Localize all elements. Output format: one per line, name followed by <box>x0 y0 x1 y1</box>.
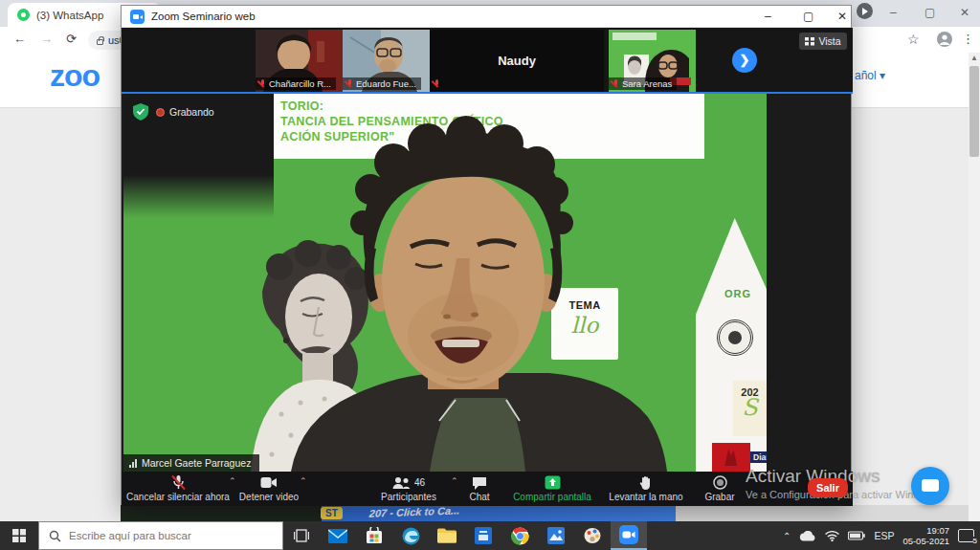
onedrive-icon[interactable] <box>799 531 816 541</box>
grid-view-icon <box>805 37 814 46</box>
thumbnail-eduardo[interactable]: Eduardo Fue... <box>343 30 430 92</box>
share-screen-button[interactable]: Compartir pantalla <box>506 474 598 502</box>
avatar-icon <box>937 32 952 47</box>
dropdown-icon: ▾ <box>880 69 885 82</box>
speaker-nameplate: Marcel Gaete Parraguez <box>123 454 259 472</box>
tray-time: 19:07 <box>902 525 949 536</box>
raise-hand-button[interactable]: Levantar la mano <box>605 474 687 502</box>
thumbnail-sara[interactable]: Sara Arenas <box>609 30 696 92</box>
notification-badge: 5 <box>973 537 977 545</box>
participants-icon: 46 <box>368 474 449 491</box>
scrollbar-thumb[interactable] <box>969 66 979 157</box>
participants-chevron[interactable]: ⌃ <box>451 476 458 486</box>
page-scrollbar[interactable]: ▲ <box>969 53 980 521</box>
system-tray: ⌃ ESP 19:07 05-05-2021 5 <box>783 521 980 550</box>
windows-logo-icon <box>12 529 26 542</box>
task-view-button[interactable] <box>283 521 320 550</box>
back-icon[interactable]: ← <box>13 32 26 46</box>
lock-icon <box>97 39 103 45</box>
record-icon <box>694 474 746 491</box>
participant-label: Sara Arenas <box>609 77 677 90</box>
windows-taskbar: ⌃ ESP 19:07 05-05-2021 5 <box>0 521 980 550</box>
zoom-toolbar: Cancelar silenciar ahora ⌃ Detener video… <box>122 472 853 506</box>
screen: (3) WhatsApp – ▢ ✕ ← → ⟳ us02 ☆ ⋮ zoo añ… <box>0 0 980 550</box>
search-input[interactable] <box>69 530 260 541</box>
speaker-figure <box>123 94 767 472</box>
tray-date: 05-05-2021 <box>902 536 949 546</box>
search-icon <box>49 530 61 542</box>
chat-icon <box>459 474 500 491</box>
video-options-chevron[interactable]: ⌃ <box>300 476 307 486</box>
taskbar-edge-icon[interactable] <box>392 521 429 550</box>
mic-options-chevron[interactable]: ⌃ <box>229 476 236 486</box>
banner-dark-segment <box>121 505 322 521</box>
vista-button[interactable]: Vista <box>799 33 847 50</box>
raise-hand-icon <box>605 474 687 491</box>
page-banner: ST 207 - Click to Ca... <box>121 505 969 521</box>
taskbar-explorer-icon[interactable] <box>429 521 465 550</box>
bookmark-star-icon[interactable]: ☆ <box>907 32 920 47</box>
taskbar-photos-icon[interactable] <box>538 521 574 550</box>
tray-chevron-icon[interactable]: ⌃ <box>783 531 791 541</box>
thumbnail-naudy[interactable]: Naudy <box>430 30 604 92</box>
participant-label <box>430 78 445 90</box>
camera-icon <box>236 474 301 491</box>
signal-bars-icon <box>129 459 137 468</box>
taskbar-clock[interactable]: 19:07 05-05-2021 <box>902 525 949 546</box>
battery-icon[interactable] <box>848 531 865 540</box>
zoom-maximize-button[interactable]: ▢ <box>803 10 813 23</box>
leave-button[interactable]: Salir <box>808 478 848 497</box>
language-indicator[interactable]: ESP <box>874 530 894 541</box>
stop-video-button[interactable]: Detener video ⌃ <box>236 474 301 502</box>
zoom-window: Zoom Seminario web – ▢ ✕ Chañarcillo R..… <box>121 5 852 505</box>
start-button[interactable] <box>0 521 38 550</box>
chat-button[interactable]: Chat <box>459 474 500 502</box>
muted-mic-icon <box>612 79 619 89</box>
chat-widget-button[interactable] <box>911 467 949 505</box>
zoom-web-logo: zoo <box>50 58 121 97</box>
browser-maximize-button[interactable]: ▢ <box>924 6 935 19</box>
taskbar-chrome-icon[interactable] <box>501 521 538 550</box>
speaker-name: Marcel Gaete Parraguez <box>142 457 251 469</box>
taskbar-zoom-icon[interactable] <box>611 521 647 550</box>
taskbar-search[interactable] <box>38 521 283 550</box>
record-button[interactable]: Grabar <box>694 474 746 502</box>
refresh-icon[interactable]: ⟳ <box>66 32 77 46</box>
participant-name-text: Naudy <box>430 30 604 92</box>
taskbar-paint3d-icon[interactable] <box>574 521 611 550</box>
taskbar-store-icon[interactable] <box>356 521 392 550</box>
muted-mic-icon <box>345 79 353 89</box>
muted-mic-icon <box>258 79 266 89</box>
taskbar-movies-icon[interactable] <box>465 521 501 550</box>
share-screen-icon <box>506 474 598 491</box>
participant-label: Eduardo Fue... <box>343 77 421 90</box>
zoom-app-icon <box>130 10 145 24</box>
participant-label: Chañarcillo R... <box>256 77 336 90</box>
notification-center-icon[interactable]: 5 <box>958 529 974 542</box>
forward-icon[interactable]: → <box>40 32 53 46</box>
unmute-button[interactable]: Cancelar silenciar ahora ⌃ <box>125 474 231 502</box>
media-control-icon[interactable] <box>857 3 873 19</box>
browser-close-button[interactable]: ✕ <box>960 6 969 19</box>
participants-count: 46 <box>414 477 425 488</box>
browser-minimize-button[interactable]: – <box>890 6 897 19</box>
muted-mic-icon <box>433 79 440 89</box>
tab-title: (3) WhatsApp <box>36 10 103 21</box>
scroll-up-icon[interactable]: ▲ <box>970 54 978 62</box>
wifi-icon[interactable] <box>825 531 839 541</box>
thumbnail-chanarcillo[interactable]: Chañarcillo R... <box>256 30 343 92</box>
zoom-minimize-button[interactable]: – <box>765 10 771 23</box>
browser-menu-icon[interactable]: ⋮ <box>962 32 974 46</box>
participants-button[interactable]: 46 Participantes ⌃ <box>368 474 449 502</box>
main-speaker-video: TORIO: TANCIA DEL PENSAMIENTO CRÍTICO AC… <box>123 94 767 472</box>
zoom-close-button[interactable]: ✕ <box>837 10 847 23</box>
zoom-title-bar[interactable]: Zoom Seminario web – ▢ ✕ <box>122 6 851 28</box>
taskbar-mail-icon[interactable] <box>320 521 356 550</box>
next-participants-button[interactable]: ❯ <box>732 48 757 73</box>
profile-avatar[interactable] <box>937 32 952 50</box>
language-dropdown[interactable]: añol ▾ <box>855 69 885 82</box>
mic-muted-icon <box>125 474 231 491</box>
banner-badge: ST <box>321 507 343 519</box>
zoom-window-title: Zoom Seminario web <box>151 11 256 22</box>
whatsapp-icon <box>17 9 30 21</box>
